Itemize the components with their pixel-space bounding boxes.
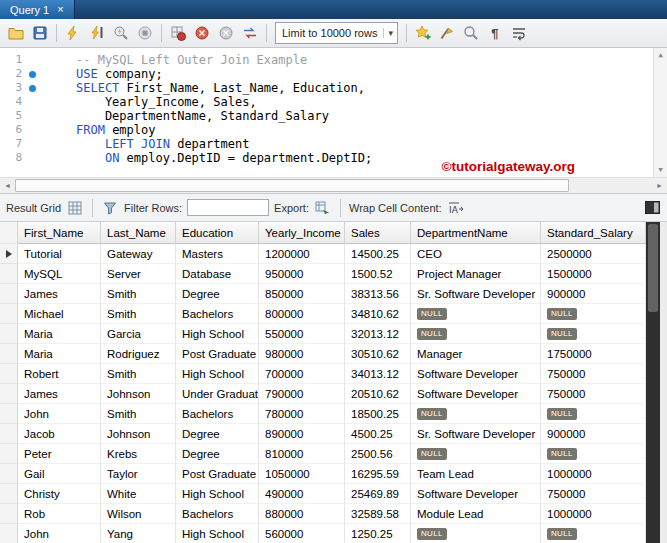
table-cell[interactable]: Module Lead — [411, 504, 541, 524]
toggle-invisibles-button[interactable]: ¶ — [484, 22, 506, 44]
table-cell[interactable]: Maria — [18, 344, 101, 364]
toggle-wrap-button[interactable] — [508, 22, 530, 44]
table-cell[interactable]: Yang — [101, 524, 176, 543]
table-cell[interactable]: NULL — [411, 444, 541, 464]
table-cell[interactable]: 32013.12 — [345, 324, 411, 344]
panel-toggle-icon[interactable] — [643, 199, 661, 217]
table-cell[interactable]: Software Developer — [411, 364, 541, 384]
row-selector[interactable] — [0, 264, 18, 284]
table-cell[interactable]: 1000000 — [541, 464, 646, 484]
commit-button[interactable] — [191, 22, 213, 44]
tab-close-icon[interactable]: × — [57, 4, 63, 15]
table-cell[interactable]: 490000 — [259, 484, 345, 504]
table-cell[interactable]: Under Graduate — [176, 384, 259, 404]
row-selector[interactable] — [0, 404, 18, 424]
table-cell[interactable]: Software Developer — [411, 484, 541, 504]
table-cell[interactable]: 4500.25 — [345, 424, 411, 444]
table-cell[interactable]: 950000 — [259, 264, 345, 284]
table-cell[interactable]: High School — [176, 364, 259, 384]
table-cell[interactable]: Degree — [176, 444, 259, 464]
table-cell[interactable]: High School — [176, 524, 259, 543]
table-cell[interactable]: 34810.62 — [345, 304, 411, 324]
table-cell[interactable]: CEO — [411, 244, 541, 264]
table-cell[interactable]: 1750000 — [541, 344, 646, 364]
table-row[interactable]: GailTaylorPost Graduate105000016295.59Te… — [0, 464, 646, 484]
result-grid-scrollbar-thumb[interactable] — [648, 224, 658, 312]
table-cell[interactable]: Software Developer — [411, 384, 541, 404]
table-cell[interactable]: Smith — [101, 404, 176, 424]
editor-line[interactable]: 6FROM employ — [0, 123, 667, 137]
table-cell[interactable]: 16295.59 — [345, 464, 411, 484]
table-cell[interactable]: NULL — [541, 444, 646, 464]
table-cell[interactable]: 25469.89 — [345, 484, 411, 504]
table-cell[interactable]: Maria — [18, 324, 101, 344]
table-cell[interactable]: Johnson — [101, 424, 176, 444]
row-selector[interactable] — [0, 344, 18, 364]
table-cell[interactable]: 1500.52 — [345, 264, 411, 284]
table-cell[interactable]: Post Graduate — [176, 464, 259, 484]
table-cell[interactable]: Tutorial — [18, 244, 101, 264]
editor-horizontal-scrollbar[interactable]: ◄ ► — [0, 178, 667, 194]
table-cell[interactable]: 810000 — [259, 444, 345, 464]
table-cell[interactable]: NULL — [541, 304, 646, 324]
open-script-button[interactable] — [5, 22, 27, 44]
table-cell[interactable]: Post Graduate — [176, 344, 259, 364]
table-cell[interactable]: NULL — [411, 524, 541, 543]
table-cell[interactable]: MySQL — [18, 264, 101, 284]
table-cell[interactable]: 780000 — [259, 404, 345, 424]
table-cell[interactable]: NULL — [411, 324, 541, 344]
table-cell[interactable]: John — [18, 404, 101, 424]
table-row[interactable]: RobertSmithHigh School70000034013.12Soft… — [0, 364, 646, 384]
table-cell[interactable]: 2500000 — [541, 244, 646, 264]
table-cell[interactable]: 550000 — [259, 324, 345, 344]
row-selector[interactable] — [0, 364, 18, 384]
row-selector[interactable] — [0, 464, 18, 484]
row-selector[interactable] — [0, 244, 18, 264]
table-cell[interactable]: 1050000 — [259, 464, 345, 484]
stop-button[interactable] — [134, 22, 156, 44]
table-cell[interactable]: NULL — [411, 404, 541, 424]
table-cell[interactable]: 750000 — [541, 384, 646, 404]
table-cell[interactable]: Krebs — [101, 444, 176, 464]
table-cell[interactable]: 1250.25 — [345, 524, 411, 543]
table-cell[interactable]: 880000 — [259, 504, 345, 524]
table-cell[interactable]: James — [18, 384, 101, 404]
table-cell[interactable]: Robert — [18, 364, 101, 384]
table-cell[interactable]: Bachelors — [176, 504, 259, 524]
table-cell[interactable]: NULL — [541, 524, 646, 543]
editor-line[interactable]: 3SELECT First_Name, Last_Name, Education… — [0, 81, 667, 95]
table-cell[interactable]: Sr. Software Developer — [411, 424, 541, 444]
table-cell[interactable]: Rob — [18, 504, 101, 524]
row-selector[interactable] — [0, 284, 18, 304]
table-cell[interactable]: Server — [101, 264, 176, 284]
column-header[interactable]: First_Name — [18, 222, 101, 244]
execute-current-button[interactable] — [86, 22, 108, 44]
table-row[interactable]: JamesJohnsonUnder Graduate79000020510.62… — [0, 384, 646, 404]
column-header[interactable]: Standard_Salary — [541, 222, 646, 244]
table-cell[interactable]: James — [18, 284, 101, 304]
column-header[interactable]: Education — [176, 222, 259, 244]
table-cell[interactable]: Gail — [18, 464, 101, 484]
table-cell[interactable]: 850000 — [259, 284, 345, 304]
editor-line[interactable]: 1-- MySQL Left Outer Join Example — [0, 53, 667, 67]
table-cell[interactable]: 2500.56 — [345, 444, 411, 464]
table-cell[interactable]: 900000 — [541, 424, 646, 444]
beautify-button[interactable] — [436, 22, 458, 44]
table-cell[interactable]: Peter — [18, 444, 101, 464]
table-cell[interactable]: 18500.25 — [345, 404, 411, 424]
table-cell[interactable]: Smith — [101, 304, 176, 324]
table-cell[interactable]: Degree — [176, 424, 259, 444]
table-row[interactable]: JohnYangHigh School5600001250.25NULLNULL — [0, 524, 646, 543]
row-selector[interactable] — [0, 524, 18, 543]
table-cell[interactable]: Database — [176, 264, 259, 284]
table-cell[interactable]: Taylor — [101, 464, 176, 484]
table-row[interactable]: PeterKrebsDegree8100002500.56NULLNULL — [0, 444, 646, 464]
table-cell[interactable]: Michael — [18, 304, 101, 324]
table-row[interactable]: MichaelSmithBachelors80000034810.62NULLN… — [0, 304, 646, 324]
table-cell[interactable]: Sr. Software Developer — [411, 284, 541, 304]
editor-line[interactable]: 7 LEFT JOIN department — [0, 137, 667, 151]
editor-line[interactable]: 4 Yearly_Income, Sales, — [0, 95, 667, 109]
scroll-right-icon[interactable]: ► — [652, 182, 667, 189]
table-cell[interactable]: Manager — [411, 344, 541, 364]
table-row[interactable]: MySQLServerDatabase9500001500.52Project … — [0, 264, 646, 284]
